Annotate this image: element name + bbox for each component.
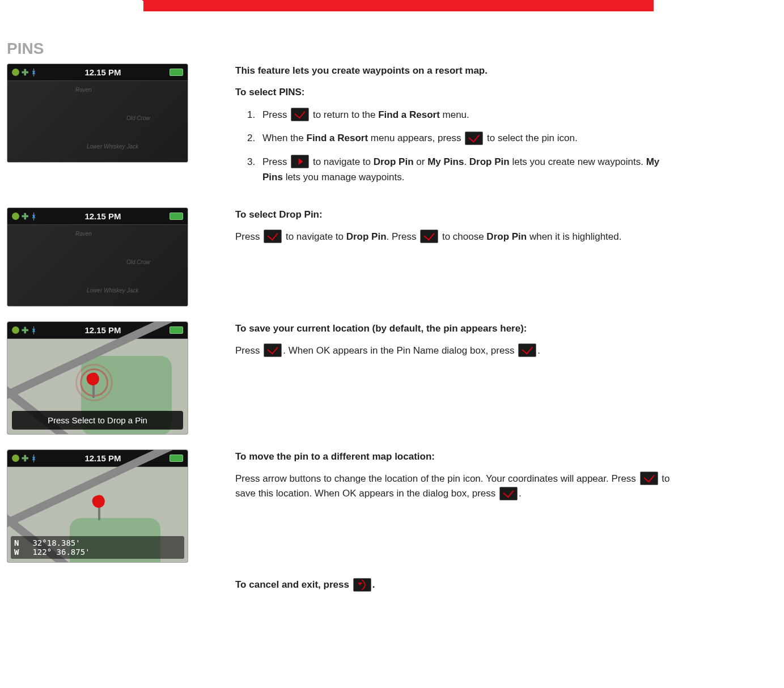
select-icon	[291, 108, 309, 121]
select-icon	[499, 487, 518, 500]
gps-icon	[12, 69, 19, 76]
gps-icon	[12, 455, 19, 462]
drop-pin-heading: To select Drop Pin:	[235, 207, 680, 222]
top-accent-stripe	[0, 0, 784, 12]
drop-pin-text: Press to navigate to Drop Pin. Press to …	[235, 230, 680, 245]
step-1: Press to return to the Find a Resort men…	[258, 107, 680, 123]
select-icon	[640, 472, 658, 485]
page-title: PINS	[7, 40, 784, 58]
select-icon	[465, 131, 483, 145]
map-pin-icon	[92, 495, 105, 520]
battery-icon	[169, 69, 183, 76]
select-icon	[420, 230, 438, 243]
move-pin-text: Press arrow buttons to change the locati…	[235, 472, 680, 502]
step-3: Press to navigate to Drop Pin or My Pins…	[258, 154, 680, 185]
steps-list: Press to return to the Find a Resort men…	[235, 107, 680, 185]
cancel-text: To cancel and exit, press .	[235, 577, 680, 593]
bluetooth-icon: ᚼ	[31, 67, 36, 77]
device-status-bar: ✚ ᚼ 12.15 PM	[7, 64, 188, 81]
signal-icon: ✚	[22, 67, 29, 78]
battery-icon	[169, 213, 183, 220]
bluetooth-icon: ᚼ	[31, 453, 36, 463]
to-select-heading: To select PINS:	[235, 85, 680, 100]
nav-icon	[291, 155, 309, 168]
select-icon	[518, 343, 536, 357]
screenshot-drop-pin-map: ✚ ᚼ 12.15 PM Press Select to Drop a Pin	[7, 321, 188, 435]
screenshot-pin-menu-1: ✚ ᚼ 12.15 PM Raven Old Crow Lower Whiske…	[7, 63, 188, 163]
screenshot-pin-menu-2: ✚ ᚼ 12.15 PM Raven Old Crow Lower Whiske…	[7, 207, 188, 307]
map-pin-icon	[87, 373, 99, 398]
move-pin-heading: To move the pin to a different map locat…	[235, 449, 680, 464]
signal-icon: ✚	[22, 453, 29, 464]
gps-icon	[12, 213, 19, 220]
clock: 12.15 PM	[84, 67, 121, 77]
signal-icon: ✚	[22, 211, 29, 222]
bluetooth-icon: ᚼ	[31, 211, 36, 221]
signal-icon: ✚	[22, 325, 29, 335]
save-location-heading: To save your current location (by defaul…	[235, 321, 680, 336]
bluetooth-icon: ᚼ	[31, 325, 36, 335]
battery-icon	[169, 326, 183, 334]
back-icon	[353, 578, 371, 592]
feature-intro: This feature lets you create waypoints o…	[235, 63, 680, 78]
gps-icon	[12, 326, 19, 334]
select-icon	[264, 230, 282, 243]
drop-pin-prompt: Press Select to Drop a Pin	[12, 411, 183, 430]
step-2: When the Find a Resort menu appears, pre…	[258, 130, 680, 146]
save-location-text: Press . When OK appears in the Pin Name …	[235, 343, 680, 359]
screenshot-move-pin-map: ✚ ᚼ 12.15 PM NW 32°18.385'122° 36.875'	[7, 449, 188, 563]
battery-icon	[169, 455, 183, 462]
coordinates-display: NW 32°18.385'122° 36.875'	[11, 536, 184, 559]
select-icon	[264, 343, 282, 357]
